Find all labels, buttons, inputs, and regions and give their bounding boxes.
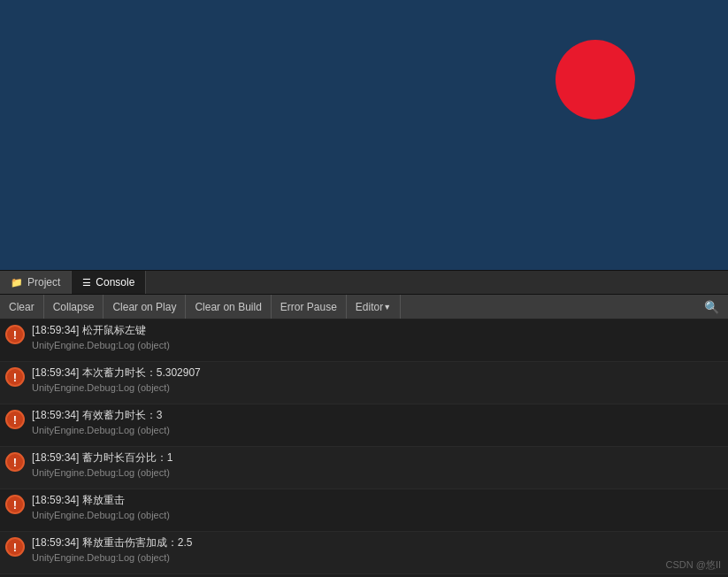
collapse-button[interactable]: Collapse <box>44 295 104 319</box>
log-warning-icon: ! <box>5 452 25 472</box>
search-area: 🔍 <box>699 298 728 316</box>
log-entry[interactable]: ![18:59:34] 释放重击伤害加成：2.5UnityEngine.Debu… <box>0 532 728 574</box>
log-detail-text: UnityEngine.Debug:Log (object) <box>32 425 170 435</box>
log-main-text: [18:59:34] 释放重击 <box>32 493 170 508</box>
log-entry[interactable]: ![18:59:34] 蓄力时长百分比：1UnityEngine.Debug:L… <box>0 447 728 489</box>
clear-on-play-button[interactable]: Clear on Play <box>103 295 186 319</box>
log-warning-icon: ! <box>5 325 25 344</box>
tab-project[interactable]: 📁 Project <box>0 271 72 294</box>
project-icon: 📁 <box>11 277 23 288</box>
log-main-text: [18:59:34] 松开鼠标左键 <box>32 323 170 338</box>
log-entry[interactable]: ![18:59:34] 本次蓄力时长：5.302907UnityEngine.D… <box>0 362 728 404</box>
log-detail-text: UnityEngine.Debug:Log (object) <box>32 552 192 563</box>
log-text-container: [18:59:34] 蓄力时长百分比：1UnityEngine.Debug:Lo… <box>32 450 172 478</box>
error-pause-button[interactable]: Error Pause <box>272 295 347 319</box>
log-text-container: [18:59:34] 释放重击UnityEngine.Debug:Log (ob… <box>32 493 170 520</box>
log-entry[interactable]: ![18:59:34] 有效蓄力时长：3UnityEngine.Debug:Lo… <box>0 404 728 447</box>
search-button[interactable]: 🔍 <box>699 298 724 316</box>
log-text-container: [18:59:34] 释放重击伤害加成：2.5UnityEngine.Debug… <box>32 535 192 563</box>
tab-project-label: Project <box>27 276 60 288</box>
console-toolbar: Clear Collapse Clear on Play Clear on Bu… <box>0 295 728 319</box>
log-warning-icon: ! <box>5 495 25 514</box>
log-warning-icon: ! <box>5 410 25 429</box>
tab-bar: 📁 Project ☰ Console <box>0 270 728 295</box>
log-text-container: [18:59:34] 松开鼠标左键UnityEngine.Debug:Log (… <box>32 323 170 350</box>
log-detail-text: UnityEngine.Debug:Log (object) <box>32 510 170 520</box>
log-text-container: [18:59:34] 有效蓄力时长：3UnityEngine.Debug:Log… <box>32 408 170 435</box>
tab-console[interactable]: ☰ Console <box>72 271 146 294</box>
log-warning-icon: ! <box>5 537 25 557</box>
tab-console-label: Console <box>96 276 134 288</box>
log-main-text: [18:59:34] 有效蓄力时长：3 <box>32 408 170 423</box>
log-detail-text: UnityEngine.Debug:Log (object) <box>32 340 170 350</box>
clear-on-build-button[interactable]: Clear on Build <box>186 295 271 319</box>
log-main-text: [18:59:34] 本次蓄力时长：5.302907 <box>32 365 201 381</box>
log-text-container: [18:59:34] 本次蓄力时长：5.302907UnityEngine.De… <box>32 365 201 393</box>
game-view <box>0 0 728 270</box>
log-main-text: [18:59:34] 蓄力时长百分比：1 <box>32 450 172 465</box>
log-entry[interactable]: ![18:59:34] 松开鼠标左键UnityEngine.Debug:Log … <box>0 319 728 362</box>
log-detail-text: UnityEngine.Debug:Log (object) <box>32 467 172 478</box>
log-detail-text: UnityEngine.Debug:Log (object) <box>32 382 201 393</box>
log-entry[interactable]: ![18:59:34] 释放重击UnityEngine.Debug:Log (o… <box>0 489 728 532</box>
log-main-text: [18:59:34] 释放重击伤害加成：2.5 <box>32 535 192 550</box>
red-circle <box>556 40 635 119</box>
console-icon: ☰ <box>82 277 91 288</box>
clear-button[interactable]: Clear <box>0 295 44 319</box>
watermark: CSDN @悠II <box>665 558 721 572</box>
log-warning-icon: ! <box>5 367 25 387</box>
console-log-area[interactable]: ![18:59:34] 松开鼠标左键UnityEngine.Debug:Log … <box>0 319 728 577</box>
editor-dropdown-button[interactable]: Editor <box>347 295 401 319</box>
